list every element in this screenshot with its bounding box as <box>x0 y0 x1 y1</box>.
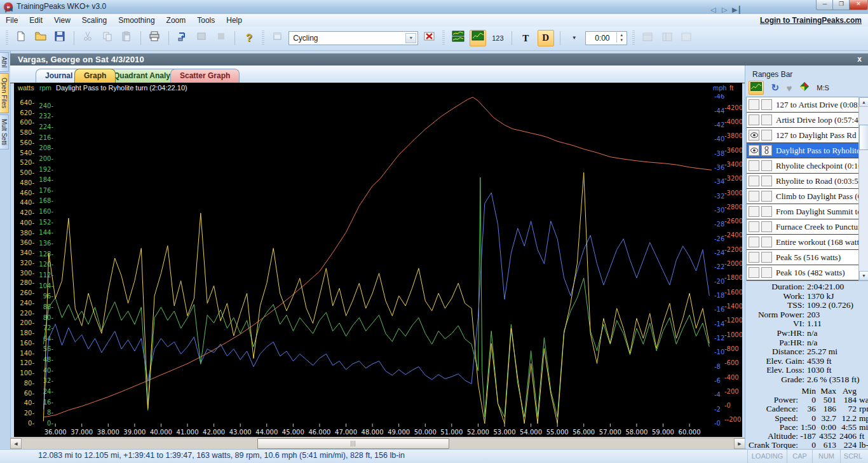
range-list-item[interactable]: Peak 10s (482 watts) <box>747 265 859 280</box>
chart-plot[interactable]: 0-20-40-60-80-100-120-140-160-180-200-22… <box>14 94 742 437</box>
save-file-button[interactable] <box>52 31 67 46</box>
scrollbar-thumb[interactable] <box>257 438 449 449</box>
dock-tab-open-files[interactable]: Open Files <box>0 73 9 113</box>
range-list-item[interactable]: Daylight Pass to Ryholite <box>747 143 859 158</box>
time-mode-button[interactable]: T <box>518 31 533 46</box>
copy-button[interactable] <box>100 31 115 46</box>
close-button[interactable]: ✕ <box>849 0 868 10</box>
smoothing-spinner[interactable]: 0:00▲▼ <box>585 31 627 45</box>
range-mode-label[interactable]: M:S <box>817 84 829 92</box>
heart-icon[interactable]: ♥ <box>786 83 792 93</box>
peaks-icon[interactable] <box>799 82 810 93</box>
document-close-icon[interactable]: x <box>857 55 862 64</box>
tab-scatter-graph[interactable]: Scatter Graph <box>170 69 240 83</box>
range-checkbox[interactable] <box>761 130 772 141</box>
visibility-checkbox[interactable] <box>749 191 759 202</box>
visibility-checkbox[interactable] <box>749 99 759 110</box>
visibility-checkbox[interactable] <box>749 176 759 186</box>
range-chart-button[interactable] <box>749 81 764 95</box>
visibility-checkbox[interactable] <box>749 206 759 217</box>
visibility-checkbox[interactable] <box>749 267 759 278</box>
visible-eye-icon[interactable] <box>749 130 759 141</box>
range-details: Duration:2:04:21.00Work:1370 kJTSS:109.2… <box>749 282 865 385</box>
sport-selector[interactable]: Cycling▾ <box>288 31 418 45</box>
detail-row: Pa:HR:n/a <box>749 338 865 348</box>
visibility-checkbox[interactable] <box>749 221 759 232</box>
refresh-icon[interactable]: ↻ <box>771 82 779 93</box>
menu-item-view[interactable]: View <box>48 14 76 25</box>
last-tab-icon[interactable]: ▶┃ <box>732 6 742 14</box>
smoothing-dropdown[interactable]: ▼ <box>567 31 582 46</box>
range-list-item[interactable]: Climb to Daylight Pass (0: <box>747 189 859 204</box>
visibility-checkbox[interactable] <box>749 252 759 263</box>
cut-button[interactable] <box>80 31 95 46</box>
numbers-view-button[interactable]: 123 <box>490 31 505 46</box>
menu-item-smoothing[interactable]: Smoothing <box>112 14 160 25</box>
stacked-charts-button[interactable] <box>451 31 466 46</box>
range-checkbox[interactable] <box>761 176 772 186</box>
range-list-item[interactable]: Rhyolite to Road (0:03:56 <box>747 174 859 189</box>
range-list-item[interactable]: Furnace Creek to Puncture <box>747 219 859 235</box>
help-button[interactable]: ? <box>241 31 257 46</box>
range-checkbox[interactable] <box>761 237 772 247</box>
stop-button[interactable] <box>214 31 229 46</box>
prev-tab-icon[interactable]: ◁ <box>710 6 715 14</box>
range-list-item[interactable]: 127 to Artist Drive (0:08: <box>747 97 859 113</box>
dock-tab-athl[interactable]: Athl <box>0 52 9 72</box>
menu-item-tools[interactable]: Tools <box>191 14 220 25</box>
range-checkbox[interactable] <box>761 99 772 110</box>
new-file-button[interactable] <box>13 31 29 46</box>
range-list-item[interactable]: Entire workout (168 watts <box>747 235 859 250</box>
extra-tool-3[interactable] <box>679 31 694 46</box>
open-file-button[interactable] <box>33 31 48 46</box>
scroll-left-button[interactable]: ◀ <box>10 438 22 449</box>
visibility-checkbox[interactable] <box>749 237 759 247</box>
range-list-item[interactable]: 127 to Daylight Pass Rd ( <box>747 128 859 143</box>
ranges-scroll-down[interactable]: ▼ <box>859 271 868 280</box>
scroll-right-button[interactable]: ▶ <box>734 438 745 449</box>
axis-tick-label: -1800 <box>724 274 742 281</box>
range-list-item[interactable]: From Daylight Summit to <box>747 204 859 219</box>
range-checkbox[interactable] <box>761 191 772 202</box>
first-tab-icon[interactable]: ┃◀ <box>4 5 13 12</box>
minimize-button[interactable]: ─ <box>816 0 834 10</box>
paste-button[interactable] <box>119 31 134 46</box>
range-pin-icon[interactable] <box>761 145 772 156</box>
ranges-scroll-thumb[interactable] <box>859 125 868 150</box>
visible-eye-icon[interactable] <box>749 145 759 156</box>
upload-device-button[interactable] <box>175 31 190 46</box>
device-button[interactable] <box>194 31 209 46</box>
dock-tab-mult-setti[interactable]: Mult Setti <box>0 114 9 150</box>
new-window-button[interactable] <box>270 31 285 46</box>
range-checkbox[interactable] <box>761 252 772 263</box>
range-list-item[interactable]: Rhyolite checkpoint (0:10 <box>747 158 859 174</box>
extra-tool-1[interactable] <box>640 31 655 46</box>
visibility-checkbox[interactable] <box>749 114 759 125</box>
ranges-scroll-up[interactable]: ▲ <box>859 97 868 107</box>
range-list-item[interactable]: Peak 5s (516 watts) <box>747 250 859 265</box>
chart-panel[interactable]: watts rpm Daylight Pass to Ryholite turn… <box>14 83 742 437</box>
menu-item-edit[interactable]: Edit <box>24 14 48 25</box>
restore-button[interactable]: ❐ <box>832 0 850 10</box>
tab-graph[interactable]: Graph <box>74 69 116 83</box>
delete-workout-button[interactable] <box>422 31 437 46</box>
next-tab-icon[interactable]: ▷ <box>722 6 727 14</box>
menu-item-help[interactable]: Help <box>220 14 248 25</box>
menu-item-scaling[interactable]: Scaling <box>76 14 112 25</box>
visibility-checkbox[interactable] <box>749 160 759 171</box>
login-link[interactable]: Login to TrainingPeaks.com <box>760 16 862 25</box>
range-checkbox[interactable] <box>761 160 772 171</box>
spinner-arrows[interactable]: ▲▼ <box>616 32 626 43</box>
range-checkbox[interactable] <box>761 206 772 217</box>
extra-tool-2[interactable] <box>660 31 675 46</box>
range-checkbox[interactable] <box>761 114 772 125</box>
range-checkbox[interactable] <box>761 267 772 278</box>
range-list-item[interactable]: Artist Drive loop (0:57:42 <box>747 113 859 128</box>
range-checkbox[interactable] <box>761 221 772 232</box>
print-button[interactable] <box>147 31 162 46</box>
menu-item-file[interactable]: File <box>0 14 24 25</box>
distance-mode-button[interactable]: D <box>538 30 554 46</box>
axis-tick-label: 57.000 <box>599 429 621 436</box>
menu-item-zoom[interactable]: Zoom <box>161 14 192 25</box>
single-chart-button[interactable] <box>470 30 486 46</box>
